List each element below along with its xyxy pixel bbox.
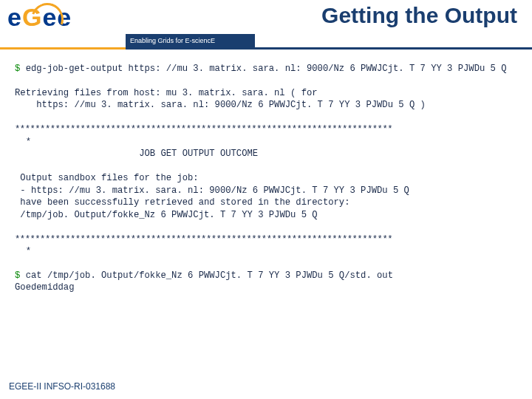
footer-text: EGEE-II INFSO-RI-031688 — [9, 381, 115, 392]
output-line: https: //mu 3. matrix. sara. nl: 9000/Nz… — [15, 100, 426, 110]
terminal-output: $ edg-job-get-output https: //mu 3. matr… — [15, 63, 517, 294]
output-line: - https: //mu 3. matrix. sara. nl: 9000/… — [15, 185, 409, 196]
slide-title: Getting the Output — [321, 3, 517, 28]
output-line: * — [15, 246, 31, 256]
output-line: have been successfully retrieved and sto… — [15, 197, 349, 208]
egee-logo: eGee — [7, 3, 126, 41]
shell-prompt: $ — [15, 270, 26, 281]
command-line: edg-job-get-output https: //mu 3. matrix… — [26, 64, 507, 74]
logo-letter: G — [22, 3, 42, 31]
rule-line: ****************************************… — [15, 124, 392, 134]
output-line: * — [15, 137, 31, 147]
output-line: Retrieving files from host: mu 3. matrix… — [15, 88, 318, 98]
section-heading: JOB GET OUTPUT OUTCOME — [15, 149, 258, 159]
command-line: cat /tmp/job. Output/fokke_Nz 6 PWWJCjt.… — [26, 270, 393, 281]
tagline: Enabling Grids for E-sciencE — [126, 34, 255, 47]
output-line: /tmp/job. Output/fokke_Nz 6 PWWJCjt. T 7… — [15, 210, 318, 220]
command-result: Goedemiddag — [15, 282, 74, 293]
header-divider — [0, 47, 532, 50]
output-line: Output sandbox files for the job: — [15, 173, 199, 183]
rule-line: ****************************************… — [15, 234, 392, 245]
shell-prompt: $ — [15, 64, 26, 74]
logo-letter: e — [7, 3, 22, 31]
slide-header: eGee Getting the Output Enabling Grids f… — [0, 0, 532, 52]
